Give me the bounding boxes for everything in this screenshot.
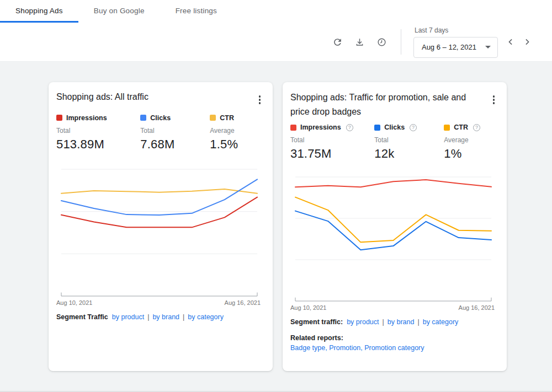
x-axis-labels: Aug 10, 2021 Aug 16, 2021 xyxy=(56,299,261,306)
ctr-color-swatch xyxy=(210,115,216,121)
date-range-block: Last 7 days Aug 6 – 12, 2021 xyxy=(413,26,498,58)
tab-label: Free listings xyxy=(176,7,217,15)
x-axis-start-label: Aug 10, 2021 xyxy=(290,304,326,311)
download-button[interactable] xyxy=(349,31,371,53)
tab-shopping-ads[interactable]: Shopping Ads xyxy=(0,0,78,23)
toolbar: Last 7 days Aug 6 – 12, 2021 xyxy=(0,23,552,61)
line-chart[interactable] xyxy=(61,169,257,296)
metric-name: Impressions xyxy=(66,114,107,122)
link-separator: | xyxy=(383,318,384,326)
date-range-value: Aug 6 – 12, 2021 xyxy=(422,43,476,51)
metric-name: CTR xyxy=(454,123,468,131)
x-axis-end-label: Aug 16, 2021 xyxy=(225,299,261,306)
metrics-row: Impressions Total 513.89M Clicks Total 7… xyxy=(56,114,264,152)
metric-ctr: CTR Average 1.5% xyxy=(210,114,264,152)
link-separator: | xyxy=(417,318,419,326)
link[interactable]: by product xyxy=(347,318,379,326)
link[interactable]: by product xyxy=(112,313,144,321)
download-icon xyxy=(354,37,365,47)
link[interactable]: by category xyxy=(423,318,459,326)
x-axis-labels: Aug 10, 2021 Aug 16, 2021 xyxy=(290,304,495,311)
metric-aggregation-label: Average xyxy=(444,136,498,144)
related-reports-links: Badge type, Promotion, Promotion categor… xyxy=(290,344,498,352)
metric-value: 12k xyxy=(374,147,444,161)
link-separator: | xyxy=(147,313,149,321)
metric-aggregation-label: Total xyxy=(290,136,374,144)
metrics-row: Impressions Total 31.75M Clicks Total 12… xyxy=(290,123,498,161)
dropdown-caret-icon xyxy=(485,46,491,49)
segment-row: Segment Trafficby product|by brand|by ca… xyxy=(56,313,264,321)
segment-row: Segment traffic:by product|by brand|by c… xyxy=(290,318,498,326)
refresh-icon xyxy=(332,37,343,47)
clicks-color-swatch xyxy=(140,115,146,121)
metric-aggregation-label: Total xyxy=(140,127,210,135)
chevron-right-icon xyxy=(522,36,533,47)
page: Shopping Ads Buy on Google Free listings xyxy=(0,0,552,392)
metric-clicks: Clicks Total 12k xyxy=(374,123,444,161)
chevron-left-icon xyxy=(505,36,516,47)
link[interactable]: by brand xyxy=(388,318,415,326)
x-axis-end-label: Aug 16, 2021 xyxy=(459,304,495,311)
metric-value: 1% xyxy=(444,147,498,161)
metric-ctr: CTR Average 1% xyxy=(444,123,498,161)
tab-buy-on-google[interactable]: Buy on Google xyxy=(78,0,160,23)
segment-links: by product|by brand|by category xyxy=(347,318,458,326)
tab-free-listings[interactable]: Free listings xyxy=(160,0,232,23)
link[interactable]: by category xyxy=(188,313,224,321)
metric-name: Clicks xyxy=(384,123,405,131)
metric-aggregation-label: Total xyxy=(374,136,444,144)
metric-value: 31.75M xyxy=(290,147,374,161)
card-menu-button[interactable] xyxy=(256,92,264,108)
segment-label: Segment Traffic xyxy=(56,313,108,321)
link[interactable]: Promotion xyxy=(329,344,360,352)
impressions-color-swatch xyxy=(290,125,296,131)
header: Shopping Ads Buy on Google Free listings xyxy=(0,0,552,62)
date-range-preset-label: Last 7 days xyxy=(415,26,498,34)
clicks-color-swatch xyxy=(374,125,380,131)
toolbar-divider xyxy=(401,29,401,55)
metric-name: CTR xyxy=(220,114,234,122)
segment-label: Segment traffic: xyxy=(290,318,343,326)
metric-name: Clicks xyxy=(150,114,171,122)
card-all-traffic: Shopping ads: All traffic Impressions To… xyxy=(49,82,273,371)
card-menu-button[interactable] xyxy=(490,92,498,108)
line-chart[interactable] xyxy=(295,177,491,301)
metric-aggregation-label: Total xyxy=(56,127,140,135)
card-title: Shopping ads: All traffic xyxy=(56,90,148,104)
tab-label: Buy on Google xyxy=(94,7,145,15)
metric-impressions: Impressions Total 31.75M xyxy=(290,123,374,161)
x-axis-start-label: Aug 10, 2021 xyxy=(56,299,92,306)
metric-value: 513.89M xyxy=(56,137,140,152)
date-range-selector[interactable]: Aug 6 – 12, 2021 xyxy=(413,37,498,58)
segment-links: by product|by brand|by category xyxy=(112,313,224,321)
card-title: Shopping ads: Traffic for promotion, sal… xyxy=(290,90,476,119)
tab-bar: Shopping Ads Buy on Google Free listings xyxy=(0,0,552,23)
ctr-color-swatch xyxy=(444,125,450,131)
metric-value: 1.5% xyxy=(210,137,264,152)
next-period-button[interactable] xyxy=(519,34,535,50)
link[interactable]: Badge type xyxy=(290,344,325,352)
metric-impressions: Impressions Total 513.89M xyxy=(56,114,140,152)
history-icon xyxy=(376,37,387,47)
metric-name: Impressions xyxy=(300,123,341,131)
link-separator: | xyxy=(183,313,184,321)
metric-aggregation-label: Average xyxy=(210,127,264,135)
link[interactable]: by brand xyxy=(152,313,179,321)
metric-value: 7.68M xyxy=(140,137,210,152)
help-icon[interactable] xyxy=(410,124,417,131)
related-reports-label: Related reports: xyxy=(290,334,498,342)
cards-area: Shopping ads: All traffic Impressions To… xyxy=(0,62,552,371)
card-badge-traffic: Shopping ads: Traffic for promotion, sal… xyxy=(283,82,507,371)
previous-period-button[interactable] xyxy=(502,34,519,50)
tab-label: Shopping Ads xyxy=(15,7,63,15)
help-icon[interactable] xyxy=(346,124,353,131)
impressions-color-swatch xyxy=(56,115,62,121)
refresh-button[interactable] xyxy=(327,31,349,53)
history-button[interactable] xyxy=(371,31,393,53)
metric-clicks: Clicks Total 7.68M xyxy=(140,114,210,152)
help-icon[interactable] xyxy=(473,124,480,131)
link[interactable]: Promotion category xyxy=(364,344,424,352)
